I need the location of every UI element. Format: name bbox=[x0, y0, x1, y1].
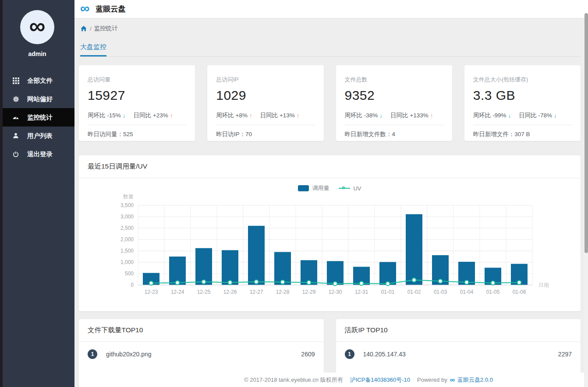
bar-swatch-icon bbox=[298, 185, 309, 191]
ip-address: 140.205.147.43 bbox=[363, 351, 558, 358]
stat-footer: 昨日新增文件数：4 bbox=[345, 130, 443, 138]
app-logo-icon[interactable]: ∞ bbox=[80, 2, 89, 15]
scrollbar-track[interactable] bbox=[584, 18, 588, 387]
copyright-text: © 2017-2018 tank.eyeblue.cn 版权所有 bbox=[244, 376, 343, 384]
svg-text:12-31: 12-31 bbox=[355, 289, 368, 295]
app-title: 蓝眼云盘 bbox=[96, 4, 125, 14]
svg-text:0: 0 bbox=[131, 282, 134, 288]
stat-footer: 昨日访问量：525 bbox=[88, 130, 186, 138]
sidebar: ∞ admin 全部文件 网站偏好 监控统计 用户列表 bbox=[0, 0, 74, 387]
download-count: 2609 bbox=[301, 351, 315, 358]
day-trend: 日同比 +23%↑ bbox=[134, 112, 173, 120]
grid-icon bbox=[12, 77, 19, 84]
footer: © 2017-2018 tank.eyeblue.cn 版权所有 沪ICP备14… bbox=[149, 373, 588, 387]
svg-text:12-23: 12-23 bbox=[145, 289, 158, 295]
stat-card-total-files: 文件总数 9352 周环比 -38%↓ 日同比 +133%↑ 昨日新增文件数：4 bbox=[336, 65, 452, 141]
home-icon[interactable] bbox=[80, 25, 87, 32]
stat-value: 15927 bbox=[88, 88, 186, 103]
svg-text:12-30: 12-30 bbox=[329, 289, 342, 295]
svg-text:12-28: 12-28 bbox=[276, 289, 290, 295]
file-name: github20x20.png bbox=[106, 351, 301, 358]
sidebar-item-logout[interactable]: 退出登录 bbox=[0, 145, 74, 163]
svg-text:01-02: 01-02 bbox=[407, 289, 421, 295]
svg-text:12-24: 12-24 bbox=[171, 289, 184, 295]
svg-text:12-27: 12-27 bbox=[250, 289, 263, 295]
sidebar-item-all-files[interactable]: 全部文件 bbox=[0, 71, 74, 90]
stat-value: 1029 bbox=[216, 88, 315, 103]
stat-footer: 昨日新增文件：307 B bbox=[473, 130, 572, 138]
week-trend: 周环比 -38%↓ bbox=[345, 112, 383, 120]
svg-text:数量: 数量 bbox=[123, 194, 134, 200]
tab-dashboard-monitor[interactable]: 大盘监控 bbox=[80, 43, 106, 56]
sidebar-item-label: 网站偏好 bbox=[27, 95, 53, 103]
svg-text:01-03: 01-03 bbox=[434, 289, 447, 295]
rank-badge: 1 bbox=[345, 349, 354, 359]
username: admin bbox=[0, 50, 74, 57]
sidebar-item-label: 全部文件 bbox=[27, 77, 53, 85]
stat-card-total-ip: 总访问IP 1029 周环比 +8%↑ 日同比 +13%↑ 昨日访IP：70 bbox=[207, 65, 323, 141]
sidebar-item-monitor[interactable]: 监控统计 bbox=[0, 108, 74, 127]
svg-text:01-05: 01-05 bbox=[486, 289, 500, 295]
power-icon bbox=[12, 151, 19, 158]
svg-text:12-29: 12-29 bbox=[302, 289, 316, 295]
footer-logo-icon: ∞ bbox=[450, 376, 455, 383]
stat-footer: 昨日访IP：70 bbox=[216, 130, 315, 138]
breadcrumb-current: 监控统计 bbox=[94, 25, 118, 32]
week-trend: 周环比 -15%↓ bbox=[88, 112, 126, 120]
sidebar-item-users[interactable]: 用户列表 bbox=[0, 127, 74, 145]
chart-legend: 调用量 UV bbox=[79, 184, 581, 192]
sidebar-item-label: 监控统计 bbox=[27, 113, 53, 122]
svg-text:12-25: 12-25 bbox=[197, 289, 211, 295]
trend-down-icon: ↓ bbox=[123, 113, 126, 119]
icp-link[interactable]: 沪ICP备14038360号-10 bbox=[350, 376, 410, 384]
trend-up-icon: ↑ bbox=[249, 113, 252, 119]
trend-up-icon: ↑ bbox=[430, 113, 433, 119]
breadcrumb: / 监控统计 bbox=[80, 25, 581, 32]
list-item: 1 github20x20.png 2609 bbox=[79, 342, 324, 366]
stat-card-total-size: 文件总大小(包括缓存) 3.3 GB 周环比 -99%↓ 日同比 -78%↓ 昨… bbox=[464, 65, 581, 141]
stat-title: 总访问量 bbox=[88, 76, 186, 84]
trend-down-icon: ↓ bbox=[379, 113, 383, 119]
line-swatch-icon bbox=[339, 188, 350, 189]
svg-text:2,500: 2,500 bbox=[120, 225, 134, 231]
svg-text:01-06: 01-06 bbox=[513, 289, 526, 295]
top-downloads-title: 文件下载量TOP10 bbox=[79, 319, 324, 342]
week-trend: 周环比 -99%↓ bbox=[473, 112, 511, 120]
svg-text:2,000: 2,000 bbox=[120, 236, 134, 243]
trend-down-icon: ↓ bbox=[508, 113, 511, 119]
avatar[interactable]: ∞ bbox=[20, 10, 54, 44]
header: ∞ 蓝眼云盘 bbox=[74, 0, 588, 18]
list-item: 1 140.205.147.43 2297 bbox=[336, 342, 581, 366]
sidebar-item-preferences[interactable]: 网站偏好 bbox=[0, 90, 74, 108]
sidebar-menu: 全部文件 网站偏好 监控统计 用户列表 退出登录 bbox=[0, 71, 74, 163]
breadcrumb-separator: / bbox=[90, 25, 92, 32]
stat-title: 文件总大小(包括缓存) bbox=[473, 76, 572, 84]
user-icon bbox=[12, 132, 19, 139]
legend-item-uv[interactable]: UV bbox=[339, 185, 361, 192]
product-link[interactable]: 蓝眼云盘2.0.0 bbox=[457, 376, 493, 384]
svg-text:3,500: 3,500 bbox=[120, 202, 134, 208]
trend-down-icon: ↓ bbox=[554, 113, 557, 119]
stat-card-total-visits: 总访问量 15927 周环比 -15%↓ 日同比 +23%↑ 昨日访问量：525 bbox=[79, 65, 195, 141]
svg-text:500: 500 bbox=[125, 271, 134, 277]
active-ip-title: 活跃IP TOP10 bbox=[336, 319, 581, 342]
bar-line-chart[interactable]: 05001,0001,5002,0002,5003,0003,500数量日期12… bbox=[79, 192, 581, 302]
chart-card: 最近15日调用量/UV 调用量 UV 05001,0001,5002,0002,… bbox=[79, 155, 581, 311]
dashboard-icon bbox=[12, 114, 19, 121]
rank-badge: 1 bbox=[88, 349, 97, 359]
visit-count: 2297 bbox=[558, 351, 572, 358]
stat-value: 9352 bbox=[345, 88, 443, 103]
stat-cards-row: 总访问量 15927 周环比 -15%↓ 日同比 +23%↑ 昨日访问量：525… bbox=[79, 65, 581, 141]
day-trend: 日同比 +133%↑ bbox=[390, 112, 433, 120]
svg-text:1,000: 1,000 bbox=[120, 259, 134, 265]
logo-icon: ∞ bbox=[29, 14, 45, 37]
svg-text:01-01: 01-01 bbox=[381, 289, 395, 295]
svg-text:3,000: 3,000 bbox=[120, 214, 134, 220]
scrollbar-thumb[interactable] bbox=[584, 13, 588, 253]
stat-title: 总访问IP bbox=[216, 76, 315, 84]
trend-up-icon: ↑ bbox=[170, 113, 173, 119]
svg-text:1,500: 1,500 bbox=[120, 248, 134, 254]
svg-text:01-04: 01-04 bbox=[460, 289, 474, 295]
powered-by-text: Powered by bbox=[417, 376, 447, 383]
legend-item-calls[interactable]: 调用量 bbox=[298, 184, 329, 192]
